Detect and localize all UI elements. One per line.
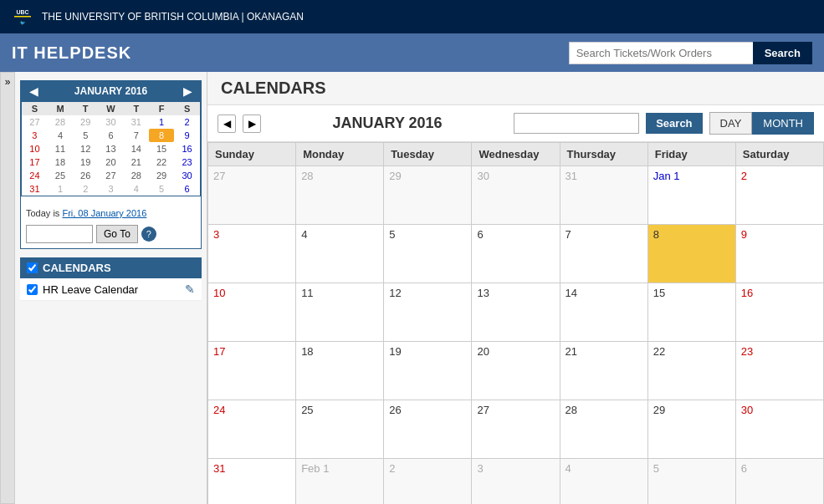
mini-cal-day[interactable]: 8 <box>149 129 174 142</box>
calendar-cell[interactable]: 31 <box>208 459 296 505</box>
calendar-cell[interactable]: 23 <box>735 342 823 400</box>
mini-cal-day[interactable]: 3 <box>98 182 123 196</box>
mini-cal-day[interactable]: 28 <box>124 169 149 182</box>
mini-cal-prev-button[interactable]: ◀ <box>26 84 42 98</box>
mini-cal-day[interactable]: 5 <box>73 129 98 142</box>
calendar-cell[interactable]: 4 <box>560 459 647 505</box>
mini-cal-day[interactable]: 30 <box>174 169 200 182</box>
calendar-cell[interactable]: 15 <box>647 283 735 342</box>
calendar-cell[interactable]: 19 <box>384 342 472 400</box>
mini-cal-day[interactable]: 12 <box>73 142 98 155</box>
mini-cal-day[interactable]: 11 <box>48 142 73 155</box>
calendar-cell[interactable]: 10 <box>208 283 296 342</box>
mini-cal-day[interactable]: 13 <box>98 142 123 155</box>
cal-next-button[interactable]: ▶ <box>243 115 261 133</box>
mini-cal-day[interactable]: 29 <box>149 169 174 182</box>
mini-cal-day[interactable]: 14 <box>124 142 149 155</box>
calendars-master-checkbox[interactable] <box>27 262 38 273</box>
mini-cal-day[interactable]: 27 <box>98 169 123 182</box>
mini-cal-day[interactable]: 26 <box>73 169 98 182</box>
hr-leave-calendar-checkbox[interactable] <box>27 284 38 295</box>
calendar-cell[interactable]: 3 <box>472 459 560 505</box>
mini-cal-day[interactable]: 4 <box>124 182 149 196</box>
calendar-cell[interactable]: 30 <box>472 166 560 225</box>
calendar-cell[interactable]: 16 <box>735 283 823 342</box>
cal-prev-button[interactable]: ◀ <box>218 115 236 133</box>
calendar-search-button[interactable]: Search <box>646 113 702 134</box>
calendar-cell[interactable]: 3 <box>208 225 296 283</box>
calendar-cell[interactable]: 28 <box>296 166 384 225</box>
ticket-search-input[interactable] <box>569 42 753 64</box>
mini-cal-day[interactable]: 18 <box>48 155 73 169</box>
calendar-cell[interactable]: 4 <box>296 225 384 283</box>
mini-cal-day[interactable]: 1 <box>149 115 174 129</box>
sidebar-toggle-button[interactable]: » <box>0 72 15 504</box>
mini-cal-day[interactable]: 10 <box>22 142 48 155</box>
mini-cal-day[interactable]: 23 <box>174 155 200 169</box>
mini-cal-day[interactable]: 22 <box>149 155 174 169</box>
mini-cal-day[interactable]: 9 <box>174 129 200 142</box>
calendar-cell[interactable]: 18 <box>296 342 384 400</box>
calendar-cell[interactable]: 6 <box>472 225 560 283</box>
calendar-cell[interactable]: 27 <box>208 166 296 225</box>
calendar-cell[interactable]: 29 <box>384 166 472 225</box>
mini-cal-day[interactable]: 24 <box>22 169 48 182</box>
mini-cal-day[interactable]: 6 <box>174 182 200 196</box>
mini-cal-day[interactable]: 31 <box>22 182 48 196</box>
calendar-cell[interactable]: 26 <box>384 400 472 459</box>
mini-cal-day[interactable]: 16 <box>174 142 200 155</box>
mini-cal-day[interactable]: 20 <box>98 155 123 169</box>
today-link[interactable]: Fri, 08 January 2016 <box>62 208 146 218</box>
calendar-cell[interactable]: 22 <box>647 342 735 400</box>
calendar-cell[interactable]: 27 <box>472 400 560 459</box>
calendar-cell[interactable]: 20 <box>472 342 560 400</box>
mini-cal-day[interactable]: 30 <box>98 115 123 129</box>
calendar-cell[interactable]: 13 <box>472 283 560 342</box>
calendar-cell[interactable]: 8 <box>647 225 735 283</box>
mini-cal-day[interactable]: 25 <box>48 169 73 182</box>
calendar-cell[interactable]: 24 <box>208 400 296 459</box>
calendar-cell[interactable]: 29 <box>647 400 735 459</box>
calendar-cell[interactable]: 2 <box>384 459 472 505</box>
mini-cal-day[interactable]: 2 <box>73 182 98 196</box>
calendar-cell[interactable]: 28 <box>560 400 647 459</box>
help-button[interactable]: ? <box>141 227 156 242</box>
calendar-cell[interactable]: 7 <box>560 225 647 283</box>
calendar-cell[interactable]: 11 <box>296 283 384 342</box>
mini-cal-day[interactable]: 4 <box>48 129 73 142</box>
mini-cal-day[interactable]: 29 <box>73 115 98 129</box>
calendar-cell[interactable]: 31 <box>560 166 647 225</box>
calendar-cell[interactable]: 9 <box>735 225 823 283</box>
mini-cal-day[interactable]: 15 <box>149 142 174 155</box>
mini-cal-day[interactable]: 3 <box>22 129 48 142</box>
calendar-cell[interactable]: 2 <box>735 166 823 225</box>
calendar-cell[interactable]: Feb 1 <box>296 459 384 505</box>
mini-cal-day[interactable]: 5 <box>149 182 174 196</box>
calendar-cell[interactable]: Jan 1 <box>647 166 735 225</box>
mini-cal-next-button[interactable]: ▶ <box>180 84 196 98</box>
calendar-cell[interactable]: 21 <box>560 342 647 400</box>
day-view-button[interactable]: DAY <box>709 112 753 135</box>
mini-cal-day[interactable]: 7 <box>124 129 149 142</box>
mini-cal-day[interactable]: 21 <box>124 155 149 169</box>
calendar-cell[interactable]: 5 <box>384 225 472 283</box>
hr-leave-calendar-edit-icon[interactable]: ✎ <box>185 283 195 296</box>
calendar-cell[interactable]: 30 <box>735 400 823 459</box>
calendar-cell[interactable]: 25 <box>296 400 384 459</box>
goto-button[interactable]: Go To <box>96 225 138 243</box>
calendar-cell[interactable]: 14 <box>560 283 647 342</box>
goto-input[interactable] <box>26 225 93 243</box>
calendar-cell[interactable]: 12 <box>384 283 472 342</box>
mini-cal-day[interactable]: 28 <box>48 115 73 129</box>
calendar-search-input[interactable] <box>514 113 639 134</box>
mini-cal-day[interactable]: 19 <box>73 155 98 169</box>
calendar-cell[interactable]: 6 <box>735 459 823 505</box>
month-view-button[interactable]: MONTH <box>752 112 814 135</box>
mini-cal-day[interactable]: 27 <box>22 115 48 129</box>
mini-cal-day[interactable]: 2 <box>174 115 200 129</box>
calendar-cell[interactable]: 17 <box>208 342 296 400</box>
mini-cal-day[interactable]: 6 <box>98 129 123 142</box>
mini-cal-day[interactable]: 1 <box>48 182 73 196</box>
calendar-cell[interactable]: 5 <box>647 459 735 505</box>
mini-cal-day[interactable]: 31 <box>124 115 149 129</box>
